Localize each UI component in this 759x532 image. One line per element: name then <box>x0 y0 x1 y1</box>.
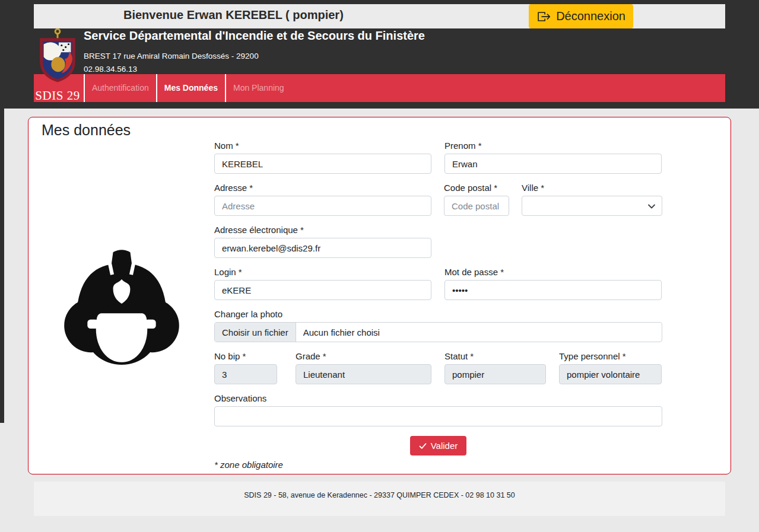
file-status-text: Aucun fichier choisi <box>296 323 387 342</box>
adresse-label: Adresse * <box>214 183 431 193</box>
statut-label: Statut * <box>444 351 546 361</box>
main-nav: Authentification Mes Données Mon Plannin… <box>34 74 725 102</box>
nom-label: Nom * <box>214 141 431 151</box>
organization-name: Service Départemental d'Incendie et de S… <box>84 29 425 43</box>
sdis29-logo-label: SDIS 29 <box>35 88 80 103</box>
logout-icon <box>536 9 551 24</box>
valider-button[interactable]: Valider <box>410 436 467 455</box>
logout-button[interactable]: Déconnexion <box>529 4 633 28</box>
ville-label: Ville * <box>522 183 662 193</box>
profile-form: Nom * Prenom * Adresse * Code postal * <box>214 141 662 470</box>
code-postal-input[interactable] <box>444 196 509 216</box>
nav-item-mon-planning[interactable]: Mon Planning <box>225 74 291 102</box>
adresse-input[interactable] <box>214 196 431 216</box>
grade-label: Grade * <box>296 351 431 361</box>
valider-label: Valider <box>431 441 458 451</box>
welcome-message: Bienvenue Erwan KEREBEL ( pompier) <box>123 8 344 22</box>
photo-file-input[interactable]: Choisir un fichier Aucun fichier choisi <box>214 322 662 342</box>
organization-phone: 02.98.34.56.13 <box>84 65 137 74</box>
password-input[interactable] <box>444 280 662 300</box>
login-input[interactable] <box>214 280 431 300</box>
nav-item-authentification[interactable]: Authentification <box>84 74 156 102</box>
firefighter-helmet-icon <box>60 245 183 367</box>
sdis29-logo[interactable]: SDIS 29 <box>34 26 81 103</box>
code-postal-label: Code postal * <box>444 183 509 193</box>
type-personnel-input <box>559 364 662 384</box>
login-label: Login * <box>214 267 431 277</box>
prenom-label: Prenom * <box>444 141 662 151</box>
observations-input[interactable] <box>214 406 662 426</box>
prenom-input[interactable] <box>444 154 662 174</box>
left-edge-strip <box>0 109 4 423</box>
password-label: Mot de passe * <box>444 267 662 277</box>
page-title: Mes données <box>42 122 131 139</box>
type-personnel-label: Type personnel * <box>559 351 662 361</box>
grade-input <box>296 364 431 384</box>
required-fields-note: * zone obligatoire <box>214 460 662 470</box>
photo-label: Changer la photo <box>214 309 662 319</box>
no-bip-input <box>214 364 277 384</box>
footer: SDIS 29 - 58, avenue de Keradennec - 293… <box>34 482 725 516</box>
email-label: Adresse électronique * <box>214 225 431 235</box>
nom-input[interactable] <box>214 154 431 174</box>
screen: Bienvenue Erwan KEREBEL ( pompier) Décon… <box>0 0 759 532</box>
statut-input <box>444 364 546 384</box>
organization-address: BREST 17 rue Amiral Romain Desfossés - 2… <box>84 52 259 60</box>
logout-label: Déconnexion <box>556 9 625 23</box>
mes-donnees-card: Mes données <box>28 117 731 474</box>
observations-label: Observations <box>214 393 662 403</box>
check-icon <box>419 442 427 450</box>
footer-address: SDIS 29 - 58, avenue de Keradennec - 293… <box>244 491 515 499</box>
ville-select[interactable] <box>522 196 662 216</box>
sdis29-crest-icon <box>34 26 81 88</box>
welcome-bar: Bienvenue Erwan KEREBEL ( pompier) Décon… <box>34 4 725 28</box>
file-choose-button[interactable]: Choisir un fichier <box>215 323 296 342</box>
chevron-down-icon <box>647 202 656 212</box>
nav-item-mes-donnees[interactable]: Mes Données <box>156 74 225 102</box>
email-input[interactable] <box>214 238 431 258</box>
no-bip-label: No bip * <box>214 351 277 361</box>
